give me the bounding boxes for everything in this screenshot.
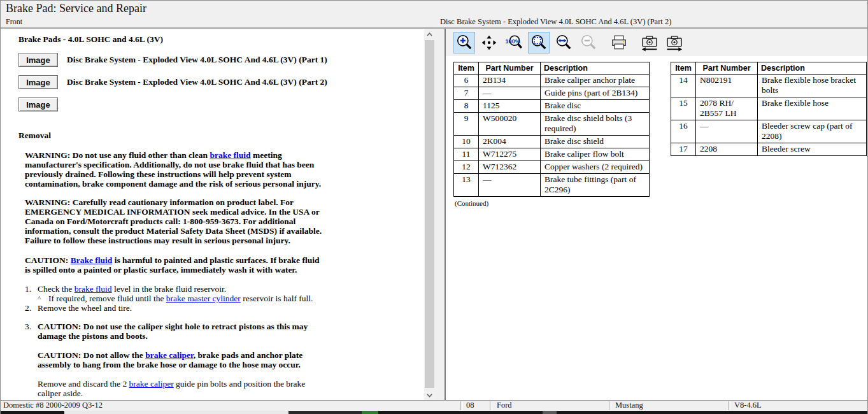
substep-text-seg: If required, remove fluid until the [48,294,166,303]
zoom-in-button[interactable] [453,32,475,54]
table-row: 102K004Brake disc shield [454,136,650,148]
status-model: Mustang [615,401,643,410]
cell-description: Brake flexible hose [758,97,867,120]
cell-item: 10 [454,136,479,148]
taskbar-segment-gray [543,411,557,414]
pan-icon [480,34,498,52]
taskbar-segment-dark [288,411,362,414]
table-continued-note: (Continued) [455,199,650,207]
status-separator [609,401,611,410]
image-link-row: Image Disc Brake System - Exploded View … [18,75,421,89]
cell-part-number: — [479,174,541,197]
table-row: 12W712362Copper washers (2 required) [454,161,650,174]
step3-body-text: Remove and discard the 2 brake caliper g… [38,379,325,398]
chevron-up-icon [427,32,432,36]
panel-splitter[interactable] [435,29,446,401]
main-area: Brake Pads - 4.0L SOHC and 4.6L (3V) Ima… [1,29,867,401]
table-row: 172208Bleeder screw [671,143,867,156]
warning-paragraph-2: WARNING: Carefully read cautionary infor… [25,197,325,245]
image-button-2[interactable]: Image [18,75,58,89]
step-text: Remove the wheel and tire. [38,303,325,313]
step-number-spacer [25,379,38,398]
brake-caliper-link[interactable]: brake caliper [145,350,194,360]
fit-to-window-button[interactable] [528,32,550,54]
fit-to-width-button[interactable] [553,32,574,54]
image-toolbar: 100% [446,29,867,56]
cell-item: 13 [454,174,479,197]
table-row: 16—Bleeder screw cap (part of 2208) [671,120,867,143]
cell-description: Brake tube fittings (part of 2C296) [541,174,650,197]
status-separator [490,401,492,410]
taskbar-segment-light [64,411,288,414]
cell-description: Guide pins (part of 2B134) [541,87,650,100]
step-number: 3. [25,322,38,341]
zoom-100-button[interactable]: 100% [503,32,525,54]
status-engine: V8-4.6L [734,401,762,410]
cell-description: Bleeder screw [758,143,867,156]
image-link-row: Image [18,97,421,111]
col-header-item: Item [454,62,479,75]
cell-description: Bleeder screw cap (part of 2208) [758,120,867,143]
cell-part-number: 2078 RH/ 2B557 LH [696,97,758,120]
cell-description: Brake flexible hose bracket bolts [758,75,867,97]
scroll-up-button[interactable] [424,29,435,39]
step3-caution2-text: CAUTION: Do not allow the brake caliper,… [38,350,325,369]
print-icon [610,34,628,52]
brake-caliper-link[interactable]: brake caliper [129,379,174,389]
fit-to-width-icon [555,34,573,52]
col-header-description: Description [541,62,650,75]
procedure-steps: 1. Check the brake fluid level in the br… [25,284,331,401]
status-bar: Domestic #8 2000-2009 Q3-12 08 Ford Must… [1,400,867,411]
previous-image-button[interactable] [639,32,660,54]
table-row: 81125Brake disc [454,100,650,113]
pan-button[interactable] [478,32,500,54]
status-coverage: Domestic #8 2000-2009 Q3-12 [3,401,103,410]
step-1-substep: ^ If required, remove fluid until the br… [38,294,331,303]
zoom-out-button[interactable] [578,32,599,54]
step-number-spacer [25,350,38,369]
step-2: 2. Remove the wheel and tire. [25,303,331,313]
vertical-scrollbar[interactable] [424,29,435,401]
step-3-body: Remove and discard the 2 brake caliper g… [25,379,331,398]
image-button-1[interactable]: Image [18,53,58,67]
step1-text: Check the [38,284,75,294]
table-header-row: Item Part Number Description [671,62,867,75]
cell-item: 11 [454,148,479,161]
section-heading-removal: Removal [18,131,421,141]
app-window: Brake Pad: Service and Repair Front Disc… [0,0,868,414]
cell-description: Brake disc shield bolts (3 required) [541,113,650,136]
scroll-down-button[interactable] [424,390,435,401]
taskbar-segment-green [362,411,378,414]
scrollbar-thumb[interactable] [425,40,434,388]
fit-to-window-icon [530,34,548,52]
brake-fluid-link[interactable]: Brake fluid [71,255,113,265]
zoom-out-icon [580,34,597,52]
zoom-100-percent-icon: 100% [505,34,523,52]
header: Brake Pad: Service and Repair Front Disc… [1,1,867,29]
cell-part-number: N802191 [696,75,758,97]
cell-item: 12 [454,161,479,174]
cell-item: 8 [454,100,479,113]
step-text: Check the brake fluid level in the brake… [38,284,325,294]
document-content: Brake Pads - 4.0L SOHC and 4.6L (3V) Ima… [1,29,421,401]
table-row: 152078 RH/ 2B557 LHBrake flexible hose [671,97,867,120]
table-row: 9W500020Brake disc shield bolts (3 requi… [454,113,650,136]
print-button[interactable] [608,32,630,54]
table-row: 11W712275Brake caliper flow bolt [454,148,650,161]
brake-master-cylinder-link[interactable]: brake master cylinder [166,294,241,303]
brake-fluid-link[interactable]: brake fluid [210,150,250,160]
image-button-3[interactable]: Image [18,97,58,111]
parts-table-2-block: Item Part Number Description 14N802191Br… [671,62,867,156]
step-number: 2. [25,303,38,313]
table-header-row: Item Part Number Description [454,62,650,75]
next-image-button[interactable] [664,32,685,54]
brake-fluid-link[interactable]: brake fluid [75,284,112,294]
parts-table-1: Item Part Number Description 62B134Brake… [453,62,650,197]
cell-description: Brake disc shield [541,136,650,148]
cell-part-number: — [696,120,758,143]
cell-description: Copper washers (2 required) [541,161,650,174]
table-row: 62B134Brake caliper anchor plate [454,75,650,87]
step1-text: level in the brake fluid reservoir. [112,284,227,294]
col-header-part-number: Part Number [696,62,758,75]
image-caption-1: Disc Brake System - Exploded View 4.0L S… [67,55,327,65]
